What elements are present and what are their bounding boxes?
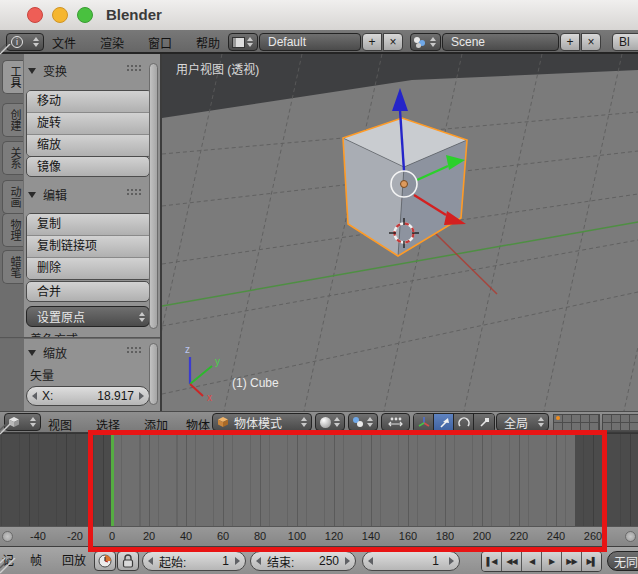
increment-arrow-icon[interactable]: [345, 557, 350, 565]
delete-layout-button[interactable]: ×: [383, 33, 403, 51]
redo-panel-scrollbar[interactable]: [149, 343, 158, 405]
current-frame-field[interactable]: 1: [362, 551, 460, 571]
tab-animation[interactable]: 动画: [2, 180, 23, 214]
render-engine-dropdown[interactable]: Bl: [612, 33, 638, 51]
vector-x-slider[interactable]: X: 18.917: [26, 386, 150, 406]
tab-grease-pencil[interactable]: 蜡笔: [2, 250, 23, 284]
tab-tools[interactable]: 工具: [2, 60, 23, 94]
updown-arrows-icon: [538, 417, 544, 427]
menu-help[interactable]: 帮助: [196, 34, 220, 51]
layer-cell[interactable]: [612, 423, 621, 431]
layer-cell-active[interactable]: [554, 415, 563, 423]
menu-render[interactable]: 渲染: [100, 34, 124, 51]
decrement-arrow-icon[interactable]: [32, 392, 37, 400]
manipulate-center-points-toggle[interactable]: [381, 413, 410, 431]
mini-axis-gizmo: z y x: [185, 344, 220, 403]
increment-arrow-icon[interactable]: [449, 557, 454, 565]
maximize-window-button[interactable]: [77, 7, 93, 23]
increment-arrow-icon[interactable]: [139, 392, 144, 400]
join-button[interactable]: 合并: [26, 281, 150, 302]
av-sync-dropdown[interactable]: 无同: [607, 551, 638, 571]
screen-layout-field[interactable]: Default: [259, 33, 361, 51]
jump-to-end-button[interactable]: ▶▌: [582, 552, 601, 571]
duplicate-button[interactable]: 复制: [27, 214, 151, 235]
menu-file[interactable]: 文件: [52, 34, 76, 51]
scrollbar-left-cap[interactable]: [2, 531, 13, 542]
scale-button[interactable]: 缩放: [27, 134, 151, 156]
panel-grip-icon[interactable]: [126, 64, 141, 72]
set-origin-dropdown[interactable]: 设置原点: [26, 306, 150, 327]
3d-scene[interactable]: z y x: [162, 54, 638, 411]
pivot-point-dropdown[interactable]: [348, 413, 378, 431]
tab-create[interactable]: 创建: [2, 103, 23, 137]
x-label: X:: [42, 389, 53, 403]
updown-arrows-icon: [247, 37, 253, 47]
minimize-window-button[interactable]: [52, 7, 68, 23]
menu-playback[interactable]: 回放: [62, 551, 86, 568]
decrement-arrow-icon[interactable]: [256, 557, 261, 565]
panel-header-edit[interactable]: 编辑: [28, 186, 67, 203]
layer-cell[interactable]: [621, 415, 630, 423]
jump-to-start-button[interactable]: ▌◀: [482, 552, 502, 571]
rotate-button[interactable]: 旋转: [27, 112, 151, 134]
play-reverse-button[interactable]: ◀: [522, 552, 542, 571]
start-frame-field[interactable]: 起始: 1: [142, 551, 246, 571]
close-window-button[interactable]: [27, 7, 43, 23]
x-axis-label: x: [207, 392, 212, 403]
menu-window[interactable]: 窗口: [148, 34, 172, 51]
render-engine-value-partial: Bl: [619, 35, 630, 49]
shelf-scrollbar[interactable]: [149, 63, 158, 329]
add-scene-button[interactable]: +: [560, 33, 580, 51]
menu-frame[interactable]: 帧: [30, 551, 42, 568]
add-layout-button[interactable]: +: [362, 33, 382, 51]
play-icon: ▶: [549, 557, 554, 566]
tab-relations[interactable]: 关系: [2, 141, 23, 175]
panel-grip-icon[interactable]: [126, 188, 141, 196]
panel-header-transform[interactable]: 变换: [28, 62, 67, 79]
viewport-shading-dropdown[interactable]: [315, 413, 345, 431]
move-button[interactable]: 移动: [27, 91, 151, 112]
scene-icon-dropdown[interactable]: [410, 33, 441, 51]
manipulator-z-arrowhead[interactable]: [392, 88, 408, 111]
play-button[interactable]: ▶: [542, 552, 562, 571]
increment-arrow-icon[interactable]: [235, 557, 240, 565]
editor-corner-grip[interactable]: [0, 44, 14, 55]
layer-cell[interactable]: [581, 415, 590, 423]
menu-view[interactable]: 视图: [48, 416, 72, 433]
panel-grip-icon[interactable]: [126, 346, 141, 354]
delete-scene-button[interactable]: ×: [581, 33, 601, 51]
layer-cell[interactable]: [603, 415, 612, 423]
screen-layout-icon-dropdown[interactable]: [228, 33, 258, 51]
layer-cell[interactable]: [630, 415, 638, 423]
decrement-arrow-icon[interactable]: [148, 557, 153, 565]
mode-dropdown[interactable]: 物体模式: [212, 413, 312, 431]
layer-cell[interactable]: [621, 423, 630, 431]
scene-field[interactable]: Scene: [442, 33, 559, 51]
orientation-value: 全局: [504, 414, 528, 431]
layer-cell[interactable]: [590, 415, 599, 423]
mirror-button[interactable]: 镜像: [26, 156, 150, 177]
tab-physics[interactable]: 物理: [2, 213, 23, 247]
layers-widget-group-2[interactable]: [602, 414, 638, 432]
transform-orientation-dropdown[interactable]: 全局: [496, 413, 549, 431]
layer-cell[interactable]: [563, 415, 572, 423]
updown-arrows-icon: [30, 417, 36, 427]
delete-button[interactable]: 删除: [27, 257, 151, 279]
panel-header-resize[interactable]: 缩放: [28, 344, 67, 361]
duplicate-linked-button[interactable]: 复制链接项: [27, 235, 151, 257]
layer-cell[interactable]: [630, 423, 638, 431]
prev-keyframe-button[interactable]: ◀◀: [502, 552, 522, 571]
lock-time-toggle[interactable]: [117, 551, 139, 571]
clock-icon: [98, 554, 112, 568]
end-frame-field[interactable]: 结束: 250: [250, 551, 356, 571]
3d-viewport[interactable]: z y x 用户视图 (透视) (1) Cube: [162, 54, 638, 411]
editor-corner-grip[interactable]: [0, 424, 14, 435]
scrollbar-right-cap[interactable]: [625, 531, 636, 542]
jump-to-end-icon: ▶▌: [587, 557, 597, 566]
preview-range-toggle[interactable]: [94, 551, 116, 571]
next-keyframe-button[interactable]: ▶▶: [562, 552, 582, 571]
decrement-arrow-icon[interactable]: [368, 557, 373, 565]
editor-corner-grip[interactable]: [0, 558, 18, 574]
layer-cell[interactable]: [612, 415, 621, 423]
layer-cell[interactable]: [572, 415, 581, 423]
